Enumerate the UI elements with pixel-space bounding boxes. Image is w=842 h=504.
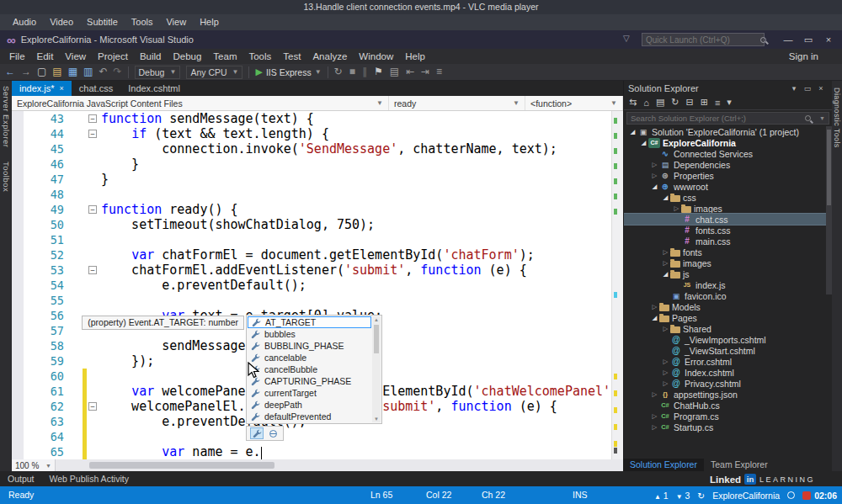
repository-name[interactable]: ExploreCalifornia [712, 491, 780, 501]
vlc-menu-audio[interactable]: Audio [7, 14, 42, 30]
pin-icon[interactable]: ▭ [801, 84, 814, 93]
feedback-icon[interactable]: ▽ [623, 34, 630, 43]
vlc-menu-view[interactable]: View [160, 14, 192, 30]
expand-icon[interactable]: ▷ [661, 248, 670, 256]
vs-menu-project[interactable]: Project [92, 49, 134, 64]
start-debugging-button[interactable]: ▶ IIS Express ▼ [255, 66, 321, 77]
scroll-thumb[interactable] [827, 130, 831, 205]
vlc-menu-help[interactable]: Help [194, 14, 225, 30]
popup-scrollbar[interactable]: ▲ ▼ [372, 316, 381, 422]
options-icon[interactable]: ≡ [436, 64, 442, 80]
intellisense-item-at-target[interactable]: AT_TARGET [248, 316, 371, 328]
panel-tab-solution-explorer[interactable]: Solution Explorer [623, 459, 704, 471]
preview-icon[interactable]: ▾ [727, 97, 732, 108]
intellisense-item-deeppath[interactable]: deepPath [248, 399, 371, 411]
collapse-icon[interactable]: ◢ [661, 270, 670, 278]
intellisense-item-currenttarget[interactable]: currentTarget [248, 387, 371, 399]
expand-icon[interactable]: ▷ [661, 369, 670, 376]
side-tab-server-explorer[interactable]: Server Explorer [2, 86, 11, 148]
stop-icon[interactable]: ■ [349, 64, 355, 80]
intellisense-popup[interactable]: AT_TARGETbubblesBUBBLING_PHASEcancelable… [246, 315, 382, 424]
expand-icon[interactable]: ▷ [661, 379, 670, 387]
editor-horizontal-scrollbar[interactable]: 100 % ▼ [12, 459, 623, 471]
vs-menu-view[interactable]: View [59, 49, 92, 64]
restore-button[interactable]: ▭ [798, 34, 818, 45]
scroll-down-icon[interactable]: ▼ [372, 416, 381, 422]
collapse-all-icon[interactable]: ⊟ [686, 97, 694, 108]
tree-item-error-cshtml[interactable]: ▷Error.cshtml [624, 356, 832, 367]
tree-item-chat-css[interactable]: chat.css [624, 214, 832, 225]
navigate-icon[interactable]: ⇤ [406, 64, 414, 80]
tree-item-startup-cs[interactable]: ▷Startup.cs [624, 422, 832, 432]
sync-icon[interactable]: ↻ [697, 491, 705, 501]
fold-toggle-icon[interactable]: − [88, 130, 97, 138]
expand-icon[interactable]: ▷ [650, 412, 659, 420]
tree-item-program-cs[interactable]: ▷Program.cs [624, 411, 832, 422]
tree-item-images[interactable]: ▷images [624, 257, 832, 268]
fold-toggle-icon[interactable]: − [88, 266, 97, 274]
chevron-down-icon[interactable]: ▾ [787, 84, 801, 93]
undo-icon[interactable]: ↶ [99, 64, 107, 80]
breadcrumb-member-dropdown[interactable]: ready ▼ [389, 96, 525, 110]
tree-item-fonts-css[interactable]: fonts.css [624, 225, 832, 236]
zoom-dropdown[interactable]: 100 % ▼ [12, 459, 56, 471]
tree-item-pages[interactable]: ◢Pages [624, 312, 832, 323]
tree-item-viewstart-cshtml[interactable]: _ViewStart.cshtml [624, 345, 832, 356]
intellisense-item-cancelable[interactable]: cancelable [248, 352, 371, 363]
show-all-files-icon[interactable]: ⊞ [701, 97, 708, 108]
tree-item-models[interactable]: ▷Models [624, 301, 832, 312]
tree-item-main-css[interactable]: main.css [624, 236, 832, 247]
property-filter-icon[interactable] [250, 427, 264, 439]
intellisense-item-cancelbubble[interactable]: cancelBubble [248, 363, 371, 375]
tree-item-css[interactable]: ◢css [624, 192, 832, 203]
panel-tab-team-explorer[interactable]: Team Explorer [704, 459, 775, 471]
panel-tab-output[interactable]: Output [0, 471, 42, 486]
intellisense-item-bubbles[interactable]: bubbles [248, 328, 371, 340]
intellisense-item-capturing-phase[interactable]: CAPTURING_PHASE [248, 375, 371, 387]
tree-item-chathub-cs[interactable]: ChatHub.cs [624, 400, 832, 411]
quick-launch-box[interactable] [642, 33, 765, 46]
tree-item-fonts[interactable]: ▷fonts [624, 247, 832, 257]
breadcrumb-type-dropdown[interactable]: <function> ▼ [525, 96, 623, 110]
tab-chat-css[interactable]: chat.css [72, 81, 120, 96]
tree-item-privacy-cshtml[interactable]: ▷Privacy.cshtml [624, 378, 832, 389]
intellisense-item-bubbling-phase[interactable]: BUBBLING_PHASE [248, 340, 371, 352]
vs-menu-analyze[interactable]: Analyze [306, 49, 353, 64]
minimize-button[interactable]: — [778, 34, 798, 45]
back-icon[interactable]: ← [5, 64, 15, 80]
intellisense-item-defaultprevented[interactable]: defaultPrevented [248, 411, 371, 422]
save-all-icon[interactable]: ▥ [83, 64, 93, 80]
editor-vertical-scrollbar[interactable] [611, 111, 623, 459]
close-icon[interactable]: × [814, 84, 828, 93]
fold-toggle-icon[interactable]: − [88, 114, 97, 123]
side-tab-diagnostic-tools[interactable]: Diagnostic Tools [833, 88, 841, 148]
side-tab-toolbox[interactable]: Toolbox [2, 162, 11, 192]
tree-item-explorecalifornia[interactable]: ◢ExploreCalifornia [624, 137, 832, 148]
properties-icon[interactable]: ≡ [715, 98, 720, 108]
collapse-icon[interactable]: ◢ [650, 183, 659, 190]
task-list-icon[interactable]: ▤ [390, 64, 399, 80]
tree-item-shared[interactable]: ▷Shared [624, 323, 832, 334]
tree-item-appsettings-json[interactable]: ▷appsettings.json [624, 389, 832, 400]
redo-icon[interactable]: ↷ [113, 64, 121, 80]
pending-changes-icon[interactable]: ▤ [656, 97, 664, 108]
refresh-icon[interactable]: ↻ [334, 64, 343, 80]
vs-menu-tools[interactable]: Tools [242, 49, 277, 64]
notifications-icon[interactable] [787, 491, 795, 499]
expand-icon[interactable]: ▷ [661, 325, 670, 332]
vlc-menu-video[interactable]: Video [44, 14, 79, 30]
outline-icon[interactable]: ⇥ [421, 64, 429, 80]
tree-item-viewimports-cshtml[interactable]: _ViewImports.cshtml [624, 334, 832, 345]
collapse-icon[interactable]: ◢ [650, 314, 659, 321]
tree-item-images[interactable]: ▷images [624, 203, 832, 214]
switch-views-icon[interactable]: ⇆ [629, 97, 637, 108]
breadcrumb-scope-dropdown[interactable]: ExploreCalifornia JavaScript Content Fil… [12, 96, 389, 110]
tab-index-cshtml[interactable]: Index.cshtml [120, 81, 188, 96]
expand-icon[interactable]: ▷ [661, 259, 670, 267]
quick-launch-input[interactable] [642, 35, 760, 45]
vs-menu-test[interactable]: Test [277, 49, 306, 64]
vs-menu-window[interactable]: Window [353, 49, 399, 64]
refresh-icon[interactable]: ↻ [671, 97, 679, 108]
close-button[interactable]: × [818, 34, 839, 45]
solution-configuration-dropdown[interactable]: Debug▼ [135, 66, 181, 79]
